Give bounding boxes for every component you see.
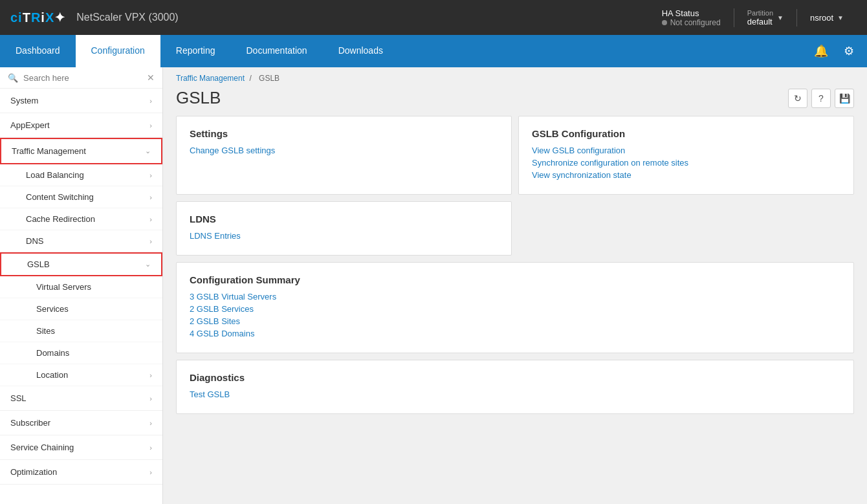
link-view-sync-state[interactable]: View synchronization state — [532, 170, 840, 180]
sidebar-item-cache-redirection[interactable]: Cache Redirection › — [0, 208, 162, 230]
nav-downloads[interactable]: Downloads — [323, 35, 399, 67]
help-button[interactable]: ? — [811, 89, 831, 108]
link-ldns-entries[interactable]: LDNS Entries — [190, 231, 498, 241]
search-clear-icon[interactable]: ✕ — [147, 72, 155, 83]
user-chevron-icon: ▼ — [837, 14, 844, 21]
sidebar-sub-label: Virtual Servers — [36, 282, 91, 292]
sidebar-item-subscriber[interactable]: Subscriber › — [0, 411, 162, 435]
app-title: NetScaler VPX (3000) — [76, 12, 178, 23]
link-gslb-domains[interactable]: 4 GSLB Domains — [190, 329, 840, 338]
sidebar-sub-label: Location — [36, 370, 68, 380]
breadcrumb: Traffic Management / GSLB — [163, 67, 867, 85]
partition-info: Partition default — [747, 9, 773, 27]
header-right: HA Status Not configured Partition defau… — [649, 8, 857, 27]
sidebar-sub-label: Services — [36, 304, 69, 314]
sidebar-item-label: Service Chaining — [10, 443, 74, 452]
card-ldns-title: LDNS — [190, 214, 498, 225]
nav-dashboard[interactable]: Dashboard — [0, 35, 76, 67]
sidebar-item-label: Traffic Management — [12, 146, 86, 156]
ha-status-block: HA Status Not configured — [649, 8, 734, 27]
ssl-chevron-icon: › — [149, 395, 152, 402]
sidebar: 🔍 ✕ System › AppExpert › Traffic Managem… — [0, 67, 163, 504]
link-gslb-services[interactable]: 2 GSLB Services — [190, 304, 840, 314]
card-settings: Settings Change GSLB settings — [176, 116, 512, 195]
sidebar-item-appexpert[interactable]: AppExpert › — [0, 113, 162, 138]
search-input[interactable] — [23, 73, 147, 83]
sidebar-item-label: SSL — [10, 393, 27, 403]
card-ldns: LDNS LDNS Entries — [176, 201, 512, 256]
sidebar-sub-label: GSLB — [27, 259, 50, 269]
link-change-gslb-settings[interactable]: Change GSLB settings — [190, 146, 498, 155]
sidebar-item-optimization[interactable]: Optimization › — [0, 460, 162, 485]
save-button[interactable]: 💾 — [835, 89, 854, 108]
content-switching-chevron-icon: › — [149, 193, 152, 201]
cards-row-2: LDNS LDNS Entries — [176, 201, 854, 256]
ha-status-value: Not configured — [662, 18, 721, 27]
sidebar-item-domains[interactable]: Domains — [0, 342, 162, 364]
card-gslb-config-title: GSLB Configuration — [532, 128, 840, 139]
nav-documentation[interactable]: Documentation — [230, 35, 322, 67]
sidebar-item-content-switching[interactable]: Content Switching › — [0, 186, 162, 208]
page-title-row: GSLB ↻ ? 💾 — [163, 85, 867, 116]
sidebar-item-load-balancing[interactable]: Load Balancing › — [0, 164, 162, 186]
cards-container: Settings Change GSLB settings GSLB Confi… — [163, 116, 867, 427]
citrix-logo: ciTRiX✦ — [10, 10, 66, 25]
sidebar-sub-label: Content Switching — [26, 192, 94, 202]
settings-button[interactable]: ⚙ — [841, 41, 857, 61]
ha-status-dot — [662, 20, 667, 25]
sidebar-item-dns[interactable]: DNS › — [0, 230, 162, 252]
sidebar-item-label: System — [10, 96, 38, 105]
notification-button[interactable]: 🔔 — [811, 41, 831, 61]
system-chevron-icon: › — [149, 97, 152, 105]
nav-configuration[interactable]: Configuration — [76, 35, 160, 67]
ha-status-label: HA Status — [662, 8, 699, 18]
partition-block[interactable]: Partition default ▼ — [734, 9, 797, 27]
cards-row-1: Settings Change GSLB settings GSLB Confi… — [176, 116, 854, 195]
sidebar-sub-label: Sites — [36, 326, 55, 336]
breadcrumb-parent[interactable]: Traffic Management — [176, 74, 245, 83]
top-header: ciTRiX✦ NetScaler VPX (3000) HA Status N… — [0, 0, 867, 35]
service-chaining-chevron-icon: › — [149, 444, 152, 452]
link-gslb-sites[interactable]: 2 GSLB Sites — [190, 316, 840, 326]
link-test-gslb[interactable]: Test GSLB — [190, 389, 840, 399]
content-area: Traffic Management / GSLB GSLB ↻ ? 💾 Set… — [163, 67, 867, 504]
subscriber-chevron-icon: › — [149, 419, 152, 427]
sidebar-item-label: Optimization — [10, 467, 57, 477]
breadcrumb-separator: / — [249, 74, 254, 83]
sidebar-sub-label: Domains — [36, 348, 69, 358]
cache-redirection-chevron-icon: › — [149, 215, 152, 223]
link-gslb-virtual-servers[interactable]: 3 GSLB Virtual Servers — [190, 292, 840, 301]
sidebar-item-system[interactable]: System › — [0, 89, 162, 113]
sidebar-item-virtual-servers[interactable]: Virtual Servers — [0, 276, 162, 298]
breadcrumb-current: GSLB — [259, 74, 280, 83]
load-balancing-chevron-icon: › — [149, 171, 152, 179]
sidebar-sub-label: DNS — [26, 236, 43, 246]
partition-label: Partition — [747, 9, 773, 17]
sidebar-sub-label: Load Balancing — [26, 170, 84, 180]
card-diagnostics: Diagnostics Test GSLB — [176, 360, 854, 414]
nav-reporting[interactable]: Reporting — [160, 35, 231, 67]
sidebar-item-label: AppExpert — [10, 120, 50, 130]
sidebar-item-traffic-management[interactable]: Traffic Management ⌄ — [0, 138, 162, 164]
link-sync-remote-sites[interactable]: Synchronize configuration on remote site… — [532, 158, 840, 168]
sidebar-item-ssl[interactable]: SSL › — [0, 386, 162, 411]
dns-chevron-icon: › — [149, 237, 152, 245]
sidebar-item-label: Subscriber — [10, 418, 50, 428]
sidebar-item-gslb[interactable]: GSLB ⌄ — [0, 252, 162, 276]
sidebar-item-location[interactable]: Location › — [0, 364, 162, 386]
gslb-chevron-icon: ⌄ — [145, 260, 151, 268]
sidebar-item-service-chaining[interactable]: Service Chaining › — [0, 435, 162, 460]
optimization-chevron-icon: › — [149, 468, 152, 476]
user-block[interactable]: nsroot ▼ — [797, 13, 857, 23]
nav-right: 🔔 ⚙ — [811, 35, 867, 67]
title-actions: ↻ ? 💾 — [788, 89, 854, 108]
sidebar-item-services[interactable]: Services — [0, 298, 162, 320]
partition-chevron-icon: ▼ — [777, 14, 784, 21]
refresh-button[interactable]: ↻ — [788, 89, 807, 108]
nav-bar: Dashboard Configuration Reporting Docume… — [0, 35, 867, 67]
main-layout: 🔍 ✕ System › AppExpert › Traffic Managem… — [0, 67, 867, 504]
traffic-mgmt-chevron-icon: ⌄ — [145, 147, 151, 155]
search-bar: 🔍 ✕ — [0, 67, 162, 89]
link-view-gslb-config[interactable]: View GSLB configuration — [532, 146, 840, 155]
sidebar-item-sites[interactable]: Sites — [0, 320, 162, 342]
